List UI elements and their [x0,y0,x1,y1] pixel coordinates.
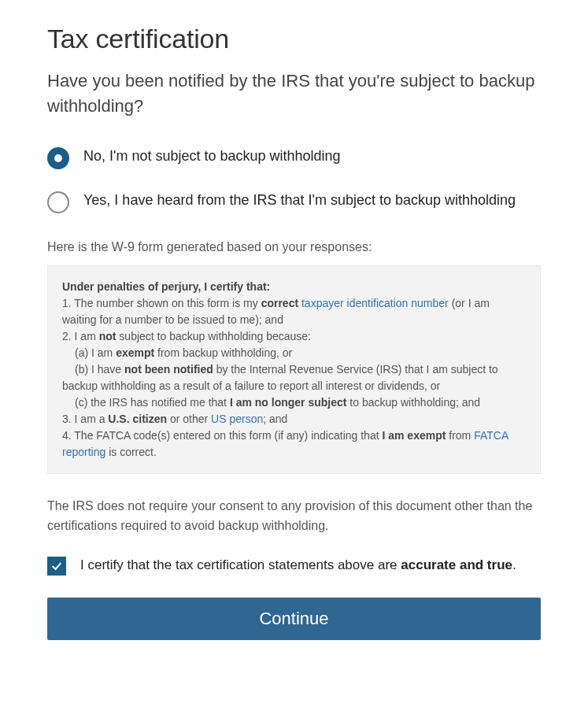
link-tin[interactable]: taxpayer identification number [301,297,449,309]
w9-item-2a: (a) I am exempt from backup withholding,… [75,345,526,361]
question-text: Have you been notified by the IRS that y… [47,68,541,119]
w9-item-2: 2. I am not subject to backup withholdin… [62,330,311,342]
w9-certification-box: Under penalties of perjury, I certify th… [47,265,541,474]
certify-checkbox[interactable] [47,557,66,576]
radio-icon [47,191,69,213]
w9-item-2c: (c) the IRS has notified me that I am no… [75,396,346,409]
w9-head: Under penalties of perjury, I certify th… [62,279,526,295]
irs-note: The IRS does not require your consent to… [47,496,541,536]
radio-icon [47,147,69,169]
radio-option-no[interactable]: No, I'm not subject to backup withholdin… [47,146,541,169]
radio-label-no: No, I'm not subject to backup withholdin… [83,146,341,167]
continue-button[interactable]: Continue [47,598,541,640]
certify-row: I certify that the tax certification sta… [47,555,541,576]
page-title: Tax certification [47,24,541,54]
backup-withholding-radio-group: No, I'm not subject to backup withholdin… [47,146,541,213]
w9-item-3: 3. I am a U.S. citizen or other US perso… [62,413,287,425]
link-us-person[interactable]: US person [211,413,263,425]
w9-item-1: 1. The number shown on this form is my c… [62,297,490,326]
w9-item-4: 4. The FATCA code(s) entered on this for… [62,429,508,458]
w9-item-2b: (b) I have not been notified [75,363,213,376]
radio-option-yes[interactable]: Yes, I have heard from the IRS that I'm … [47,190,541,213]
check-icon [50,560,63,572]
radio-label-yes: Yes, I have heard from the IRS that I'm … [83,190,516,211]
certify-label: I certify that the tax certification sta… [80,555,516,576]
w9-intro: Here is the W-9 form generated based on … [47,240,541,254]
